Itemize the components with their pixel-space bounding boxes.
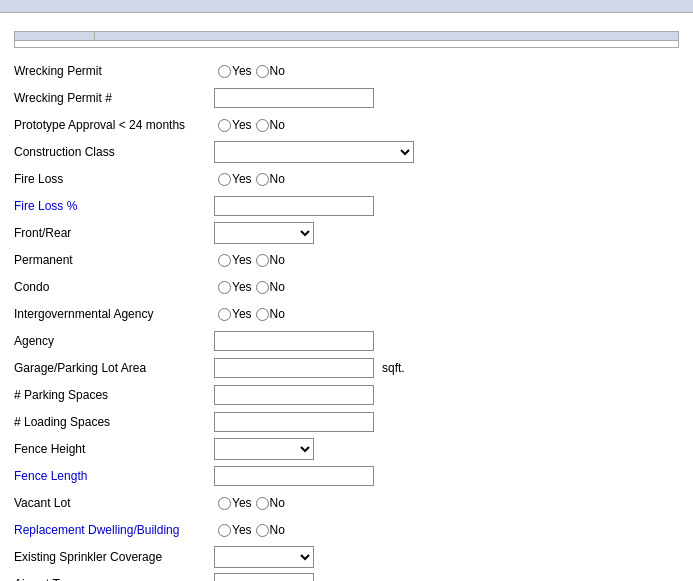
field-label-0: Wrecking Permit (14, 64, 214, 78)
field-control-6 (214, 222, 314, 244)
field-control-9: YesNo (214, 307, 285, 321)
form-row: # Parking Spaces (14, 384, 679, 406)
text-input-15[interactable] (214, 466, 374, 486)
radio-group-2: YesNo (214, 118, 285, 132)
radio-no-label-8: No (270, 280, 285, 294)
text-input-5[interactable] (214, 196, 374, 216)
select-small-6[interactable] (214, 222, 314, 244)
form-row: PermanentYesNo (14, 249, 679, 271)
field-control-15 (214, 466, 374, 486)
radio-group-0: YesNo (214, 64, 285, 78)
radio-no-2[interactable] (256, 119, 269, 132)
select-wide-3[interactable] (214, 141, 414, 163)
form-row: Construction Class (14, 141, 679, 163)
radio-no-16[interactable] (256, 497, 269, 510)
field-label-13: # Loading Spaces (14, 415, 214, 429)
radio-yes-4[interactable] (218, 173, 231, 186)
select-small-18[interactable] (214, 546, 314, 568)
form-row: Fence Height (14, 438, 679, 460)
radio-no-label-9: No (270, 307, 285, 321)
field-label-14: Fence Height (14, 442, 214, 456)
field-label-9: Intergovernmental Agency (14, 307, 214, 321)
radio-no-17[interactable] (256, 524, 269, 537)
form-row: Existing Sprinkler Coverage (14, 546, 679, 568)
radio-yes-9[interactable] (218, 308, 231, 321)
radio-no-label-17: No (270, 523, 285, 537)
col-id (15, 32, 95, 41)
field-control-4: YesNo (214, 172, 285, 186)
radio-yes-17[interactable] (218, 524, 231, 537)
field-label-4: Fire Loss (14, 172, 214, 186)
form-row: Fire LossYesNo (14, 168, 679, 190)
field-label-6: Front/Rear (14, 226, 214, 240)
field-control-17: YesNo (214, 523, 285, 537)
form-row: Garage/Parking Lot Areasqft. (14, 357, 679, 379)
text-input-1[interactable] (214, 88, 374, 108)
field-label-15: Fence Length (14, 469, 214, 483)
field-control-5 (214, 196, 374, 216)
radio-group-7: YesNo (214, 253, 285, 267)
field-label-3: Construction Class (14, 145, 214, 159)
field-control-2: YesNo (214, 118, 285, 132)
text-sqft-input-11[interactable] (214, 358, 374, 378)
radio-yes-8[interactable] (218, 281, 231, 294)
radio-no-label-7: No (270, 253, 285, 267)
select-medium-14[interactable] (214, 438, 314, 460)
field-label-1: Wrecking Permit # (14, 91, 214, 105)
radio-yes-16[interactable] (218, 497, 231, 510)
form-row: Wrecking PermitYesNo (14, 60, 679, 82)
radio-yes-label-7: Yes (232, 253, 252, 267)
radio-yes-2[interactable] (218, 119, 231, 132)
field-control-11: sqft. (214, 358, 405, 378)
field-control-12 (214, 385, 374, 405)
field-control-19 (214, 573, 314, 581)
radio-yes-label-8: Yes (232, 280, 252, 294)
field-label-5: Fire Loss % (14, 199, 214, 213)
radio-no-9[interactable] (256, 308, 269, 321)
sqft-label-11: sqft. (382, 361, 405, 375)
radio-no-7[interactable] (256, 254, 269, 267)
form-row: Intergovernmental AgencyYesNo (14, 303, 679, 325)
radio-yes-0[interactable] (218, 65, 231, 78)
text-input-13[interactable] (214, 412, 374, 432)
radio-group-4: YesNo (214, 172, 285, 186)
col-submission (95, 32, 679, 41)
field-control-16: YesNo (214, 496, 285, 510)
text-input-12[interactable] (214, 385, 374, 405)
radio-group-16: YesNo (214, 496, 285, 510)
field-control-8: YesNo (214, 280, 285, 294)
radio-yes-7[interactable] (218, 254, 231, 267)
field-label-2: Prototype Approval < 24 months (14, 118, 214, 132)
form-row: Fence Length (14, 465, 679, 487)
field-label-17: Replacement Dwelling/Building (14, 523, 214, 537)
radio-yes-label-0: Yes (232, 64, 252, 78)
field-control-10 (214, 331, 374, 351)
form-row: CondoYesNo (14, 276, 679, 298)
form-row: # Loading Spaces (14, 411, 679, 433)
field-label-7: Permanent (14, 253, 214, 267)
form-row: Vacant LotYesNo (14, 492, 679, 514)
text-input-10[interactable] (214, 331, 374, 351)
radio-yes-label-9: Yes (232, 307, 252, 321)
add-item-row (15, 41, 679, 48)
field-control-14 (214, 438, 314, 460)
radio-group-8: YesNo (214, 280, 285, 294)
form-section: Wrecking PermitYesNoWrecking Permit #Pro… (14, 60, 679, 581)
page-title (0, 0, 693, 13)
select-medium-19[interactable] (214, 573, 314, 581)
field-label-11: Garage/Parking Lot Area (14, 361, 214, 375)
form-row: Replacement Dwelling/BuildingYesNo (14, 519, 679, 541)
radio-no-label-2: No (270, 118, 285, 132)
radio-no-4[interactable] (256, 173, 269, 186)
radio-no-0[interactable] (256, 65, 269, 78)
field-label-16: Vacant Lot (14, 496, 214, 510)
field-label-8: Condo (14, 280, 214, 294)
radio-yes-label-17: Yes (232, 523, 252, 537)
field-label-19: Airport Type (14, 577, 214, 581)
form-row: Front/Rear (14, 222, 679, 244)
radio-no-8[interactable] (256, 281, 269, 294)
field-control-7: YesNo (214, 253, 285, 267)
radio-no-label-4: No (270, 172, 285, 186)
radio-yes-label-16: Yes (232, 496, 252, 510)
radio-yes-label-4: Yes (232, 172, 252, 186)
